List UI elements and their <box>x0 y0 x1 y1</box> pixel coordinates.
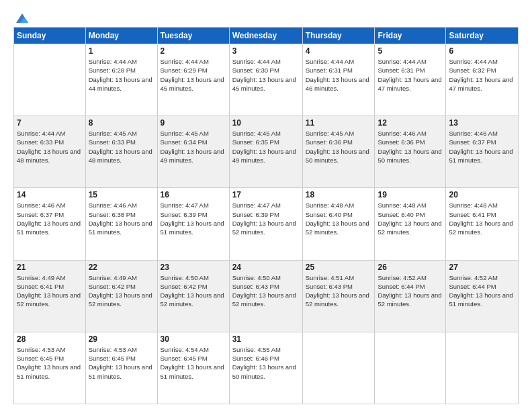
day-info: Sunrise: 4:51 AM Sunset: 6:43 PM Dayligh… <box>306 273 372 309</box>
day-number: 25 <box>306 263 372 272</box>
calendar-cell <box>302 332 375 404</box>
day-info: Sunrise: 4:50 AM Sunset: 6:43 PM Dayligh… <box>232 273 300 309</box>
day-info: Sunrise: 4:47 AM Sunset: 6:39 PM Dayligh… <box>161 201 226 236</box>
calendar-cell: 5Sunrise: 4:44 AM Sunset: 6:31 PM Daylig… <box>375 44 446 116</box>
day-number: 20 <box>449 190 515 199</box>
day-info: Sunrise: 4:53 AM Sunset: 6:45 PM Dayligh… <box>17 345 83 381</box>
calendar-cell: 4Sunrise: 4:44 AM Sunset: 6:31 PM Daylig… <box>302 44 375 116</box>
day-info: Sunrise: 4:54 AM Sunset: 6:45 PM Dayligh… <box>161 345 226 381</box>
weekday-tuesday: Tuesday <box>157 28 229 44</box>
day-number: 18 <box>306 190 372 199</box>
weekday-monday: Monday <box>85 28 157 44</box>
weekday-header-row: SundayMondayTuesdayWednesdayThursdayFrid… <box>14 28 519 44</box>
calendar-cell: 24Sunrise: 4:50 AM Sunset: 6:43 PM Dayli… <box>229 260 302 332</box>
weekday-saturday: Saturday <box>446 28 519 44</box>
calendar-cell: 29Sunrise: 4:53 AM Sunset: 6:45 PM Dayli… <box>85 332 157 404</box>
calendar-cell: 2Sunrise: 4:44 AM Sunset: 6:29 PM Daylig… <box>157 44 229 116</box>
day-number: 4 <box>306 46 372 56</box>
day-info: Sunrise: 4:46 AM Sunset: 6:36 PM Dayligh… <box>378 129 443 165</box>
calendar-cell: 27Sunrise: 4:52 AM Sunset: 6:44 PM Dayli… <box>446 260 519 332</box>
week-row-4: 21Sunrise: 4:49 AM Sunset: 6:41 PM Dayli… <box>14 260 519 332</box>
day-info: Sunrise: 4:52 AM Sunset: 6:44 PM Dayligh… <box>378 273 443 309</box>
header <box>13 12 519 21</box>
day-number: 26 <box>378 263 443 272</box>
day-number: 15 <box>89 190 154 199</box>
calendar-cell: 15Sunrise: 4:46 AM Sunset: 6:38 PM Dayli… <box>85 188 157 260</box>
day-info: Sunrise: 4:45 AM Sunset: 6:36 PM Dayligh… <box>306 129 372 165</box>
week-row-5: 28Sunrise: 4:53 AM Sunset: 6:45 PM Dayli… <box>14 332 519 404</box>
day-number: 1 <box>89 46 154 56</box>
page: SundayMondayTuesdayWednesdayThursdayFrid… <box>0 0 532 411</box>
day-info: Sunrise: 4:49 AM Sunset: 6:41 PM Dayligh… <box>17 273 83 309</box>
calendar-cell: 18Sunrise: 4:48 AM Sunset: 6:40 PM Dayli… <box>302 188 375 260</box>
calendar-cell: 20Sunrise: 4:48 AM Sunset: 6:41 PM Dayli… <box>446 188 519 260</box>
week-row-3: 14Sunrise: 4:46 AM Sunset: 6:37 PM Dayli… <box>14 188 519 260</box>
day-number: 5 <box>378 46 443 56</box>
weekday-sunday: Sunday <box>14 28 86 44</box>
day-number: 16 <box>161 190 226 199</box>
day-info: Sunrise: 4:44 AM Sunset: 6:31 PM Dayligh… <box>378 57 443 93</box>
day-info: Sunrise: 4:46 AM Sunset: 6:37 PM Dayligh… <box>17 201 83 236</box>
day-info: Sunrise: 4:48 AM Sunset: 6:41 PM Dayligh… <box>449 201 515 236</box>
day-info: Sunrise: 4:46 AM Sunset: 6:37 PM Dayligh… <box>449 129 515 165</box>
day-info: Sunrise: 4:45 AM Sunset: 6:34 PM Dayligh… <box>161 129 226 165</box>
day-info: Sunrise: 4:50 AM Sunset: 6:42 PM Dayligh… <box>161 273 226 309</box>
day-info: Sunrise: 4:47 AM Sunset: 6:39 PM Dayligh… <box>232 201 300 236</box>
calendar-cell: 9Sunrise: 4:45 AM Sunset: 6:34 PM Daylig… <box>157 116 229 188</box>
week-row-1: 1Sunrise: 4:44 AM Sunset: 6:28 PM Daylig… <box>14 44 519 116</box>
day-info: Sunrise: 4:44 AM Sunset: 6:28 PM Dayligh… <box>89 57 154 93</box>
calendar-cell: 12Sunrise: 4:46 AM Sunset: 6:36 PM Dayli… <box>375 116 446 188</box>
day-number: 24 <box>232 263 300 272</box>
calendar-cell: 14Sunrise: 4:46 AM Sunset: 6:37 PM Dayli… <box>14 188 86 260</box>
day-number: 30 <box>161 334 226 344</box>
day-number: 3 <box>232 46 300 56</box>
day-number: 19 <box>378 190 443 199</box>
day-info: Sunrise: 4:48 AM Sunset: 6:40 PM Dayligh… <box>378 201 443 236</box>
weekday-thursday: Thursday <box>302 28 375 44</box>
calendar-cell: 10Sunrise: 4:45 AM Sunset: 6:35 PM Dayli… <box>229 116 302 188</box>
calendar: SundayMondayTuesdayWednesdayThursdayFrid… <box>13 27 519 404</box>
calendar-cell: 28Sunrise: 4:53 AM Sunset: 6:45 PM Dayli… <box>14 332 86 404</box>
calendar-cell: 31Sunrise: 4:55 AM Sunset: 6:46 PM Dayli… <box>229 332 302 404</box>
calendar-cell: 7Sunrise: 4:44 AM Sunset: 6:33 PM Daylig… <box>14 116 86 188</box>
calendar-cell: 3Sunrise: 4:44 AM Sunset: 6:30 PM Daylig… <box>229 44 302 116</box>
day-number: 14 <box>17 190 83 199</box>
calendar-cell: 25Sunrise: 4:51 AM Sunset: 6:43 PM Dayli… <box>302 260 375 332</box>
calendar-cell <box>446 332 519 404</box>
calendar-cell: 26Sunrise: 4:52 AM Sunset: 6:44 PM Dayli… <box>375 260 446 332</box>
day-info: Sunrise: 4:44 AM Sunset: 6:30 PM Dayligh… <box>232 57 300 93</box>
day-number: 29 <box>89 334 154 344</box>
day-number: 2 <box>161 46 226 56</box>
day-number: 23 <box>161 263 226 272</box>
day-info: Sunrise: 4:44 AM Sunset: 6:33 PM Dayligh… <box>17 129 83 165</box>
calendar-cell: 19Sunrise: 4:48 AM Sunset: 6:40 PM Dayli… <box>375 188 446 260</box>
calendar-cell: 22Sunrise: 4:49 AM Sunset: 6:42 PM Dayli… <box>85 260 157 332</box>
day-info: Sunrise: 4:49 AM Sunset: 6:42 PM Dayligh… <box>89 273 154 309</box>
calendar-cell: 23Sunrise: 4:50 AM Sunset: 6:42 PM Dayli… <box>157 260 229 332</box>
calendar-cell: 30Sunrise: 4:54 AM Sunset: 6:45 PM Dayli… <box>157 332 229 404</box>
day-info: Sunrise: 4:55 AM Sunset: 6:46 PM Dayligh… <box>232 345 300 381</box>
day-number: 8 <box>89 118 154 128</box>
day-info: Sunrise: 4:53 AM Sunset: 6:45 PM Dayligh… <box>89 345 154 381</box>
day-info: Sunrise: 4:44 AM Sunset: 6:32 PM Dayligh… <box>449 57 515 93</box>
day-info: Sunrise: 4:44 AM Sunset: 6:29 PM Dayligh… <box>161 57 226 93</box>
day-number: 13 <box>449 118 515 128</box>
weekday-wednesday: Wednesday <box>229 28 302 44</box>
day-number: 17 <box>232 190 300 199</box>
logo-icon <box>15 12 30 24</box>
calendar-cell: 8Sunrise: 4:45 AM Sunset: 6:33 PM Daylig… <box>85 116 157 188</box>
calendar-cell: 16Sunrise: 4:47 AM Sunset: 6:39 PM Dayli… <box>157 188 229 260</box>
day-info: Sunrise: 4:48 AM Sunset: 6:40 PM Dayligh… <box>306 201 372 236</box>
calendar-cell: 6Sunrise: 4:44 AM Sunset: 6:32 PM Daylig… <box>446 44 519 116</box>
day-info: Sunrise: 4:46 AM Sunset: 6:38 PM Dayligh… <box>89 201 154 236</box>
calendar-cell: 13Sunrise: 4:46 AM Sunset: 6:37 PM Dayli… <box>446 116 519 188</box>
weekday-friday: Friday <box>375 28 446 44</box>
day-number: 11 <box>306 118 372 128</box>
day-number: 21 <box>17 263 83 272</box>
day-number: 31 <box>232 334 300 344</box>
day-number: 22 <box>89 263 154 272</box>
day-number: 6 <box>449 46 515 56</box>
calendar-cell <box>14 44 86 116</box>
day-info: Sunrise: 4:45 AM Sunset: 6:33 PM Dayligh… <box>89 129 154 165</box>
day-number: 12 <box>378 118 443 128</box>
